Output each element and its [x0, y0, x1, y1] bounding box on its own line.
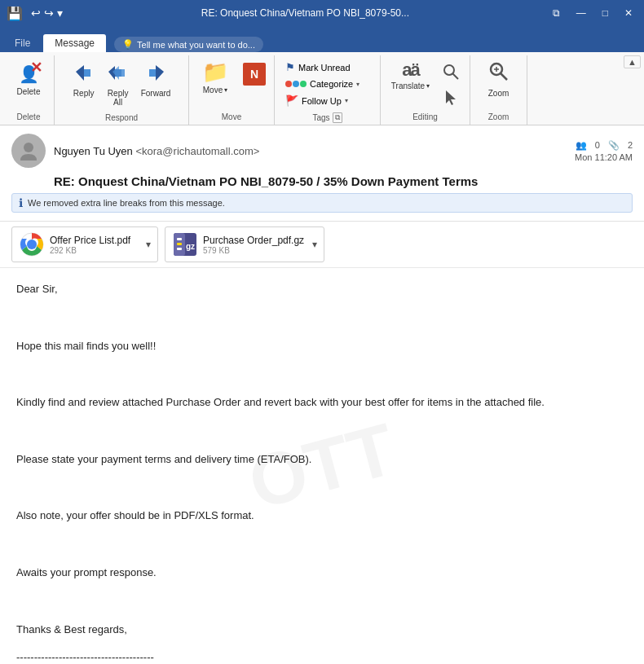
body-line-4 [16, 366, 628, 383]
move-label: Move ▾ [203, 86, 227, 95]
reply-label: Reply [73, 89, 95, 98]
svg-line-4 [453, 74, 459, 80]
email-body-content: Dear Sir, Hope this mail finds you well!… [16, 281, 628, 664]
ribbon-group-delete: 👤 ✕ Delete Delete [3, 55, 55, 125]
body-line-9: Also note, your offer should be in PDF/X… [16, 508, 628, 525]
email-container: Nguyen Tu Uyen <kora@richautomall.com> 👥… [0, 125, 644, 664]
attachment-1-dropdown[interactable]: ▾ [146, 239, 151, 250]
move-button[interactable]: 📁 Move ▾ [194, 57, 236, 98]
tab-file[interactable]: File [3, 34, 42, 52]
app-icon: 💾 [7, 6, 23, 21]
zoom-label: Zoom [488, 89, 509, 98]
categorize-label: Categorize [310, 79, 353, 89]
ribbon-group-zoom: Zoom Zoom [470, 55, 527, 125]
redo-button[interactable]: ↪ [44, 7, 54, 20]
onenote-button[interactable]: N [240, 60, 269, 88]
ribbon-group-editing: aä Translate ▾ Editing [381, 55, 470, 125]
attachment-2-dropdown[interactable]: ▾ [312, 239, 317, 250]
attachments-bar: Offer Price List.pdf 292 KB ▾ gz Purchas… [0, 222, 644, 268]
attachment-2-size: 579 KB [203, 246, 304, 255]
body-line-14: --------------------------------------- [16, 649, 628, 664]
svg-rect-16 [177, 243, 182, 245]
respond-group-label: Respond [60, 110, 183, 125]
zoom-group-label: Zoom [475, 109, 522, 125]
translate-label: Translate ▾ [391, 81, 430, 90]
info-message: We removed extra line breaks from this m… [28, 198, 225, 208]
svg-rect-1 [115, 69, 125, 77]
sender-name: Nguyen Tu Uyen [54, 145, 133, 157]
minimize-button[interactable]: — [571, 6, 591, 20]
attachment-1[interactable]: Offer Price List.pdf 292 KB ▾ [11, 226, 158, 262]
delete-group-label: Delete [8, 109, 49, 125]
svg-line-6 [501, 73, 507, 80]
svg-rect-15 [177, 238, 182, 240]
body-line-8 [16, 480, 628, 497]
body-line-3: Hope this mail finds you well!! [16, 338, 628, 355]
search-button[interactable] [438, 60, 464, 83]
info-icon: ℹ [19, 196, 23, 209]
attachment-2-name: Purchase Order_pdf.gz [203, 235, 304, 246]
ribbon: 👤 ✕ Delete Delete Reply [0, 52, 644, 125]
email-date: Mon 11:20 AM [575, 152, 633, 162]
email-body[interactable]: OTT Dear Sir, Hope this mail finds you w… [0, 268, 644, 664]
follow-up-label: Follow Up [302, 96, 342, 106]
tell-me-input[interactable]: 💡 Tell me what you want to do... [114, 37, 263, 52]
undo-button[interactable]: ↩ [31, 7, 41, 20]
forward-label: Forward [141, 89, 171, 98]
sender-avatar [11, 134, 46, 168]
body-line-6 [16, 423, 628, 440]
window-title: RE: Onquest China/Vietnam PO NBI_8079-50… [63, 7, 548, 19]
translate-button[interactable]: aä Translate ▾ [386, 57, 434, 94]
lightbulb-icon: 💡 [122, 39, 134, 50]
attachment-1-size: 292 KB [50, 246, 138, 255]
svg-text:gz: gz [186, 242, 195, 251]
quick-access-dropdown[interactable]: ▾ [57, 7, 63, 20]
email-subject: RE: Onquest China/Vietnam PO NBI_8079-50… [54, 171, 633, 190]
body-line-10 [16, 536, 628, 553]
email-meta-right: 👥 0 📎 2 Mon 11:20 AM [575, 140, 633, 162]
email-header: Nguyen Tu Uyen <kora@richautomall.com> 👥… [0, 125, 644, 222]
ribbon-group-respond: Reply ReplyAll [55, 55, 189, 125]
reply-button[interactable]: Reply [68, 57, 100, 101]
move-group-label: Move [194, 109, 269, 125]
body-line-7: Please state your payment terms and deli… [16, 451, 628, 468]
body-line-11: Awaits your prompt response. [16, 565, 628, 582]
cursor-button[interactable] [438, 86, 464, 109]
delete-button[interactable]: 👤 ✕ Delete [8, 57, 49, 99]
reply-all-button[interactable]: ReplyAll [102, 57, 135, 110]
svg-point-9 [24, 143, 33, 152]
mark-unread-button[interactable]: ⚑ Mark Unread [280, 59, 375, 76]
tell-me-text: Tell me what you want to do... [137, 40, 255, 50]
title-bar: 💾 ↩ ↪ ▾ RE: Onquest China/Vietnam PO NBI… [0, 0, 644, 26]
body-line-13: Thanks & Best regards, [16, 622, 628, 639]
delete-label: Delete [17, 87, 41, 96]
mark-unread-label: Mark Unread [298, 63, 351, 73]
attachment-1-icon [19, 231, 45, 257]
svg-rect-0 [84, 69, 90, 77]
editing-group-label: Editing [386, 109, 465, 125]
attachment-icon: 📎 [608, 140, 620, 151]
attachment-1-name: Offer Price List.pdf [50, 235, 138, 246]
body-line-5: Kindly find and review attached Purchase… [16, 394, 628, 411]
maximize-button[interactable]: □ [598, 6, 613, 20]
zoom-button[interactable]: Zoom [478, 57, 520, 101]
attachment-2[interactable]: gz Purchase Order_pdf.gz 579 KB ▾ [165, 226, 324, 262]
tags-group-label: Tags ⧉ [280, 109, 375, 126]
svg-point-12 [28, 240, 36, 248]
attachment-1-info: Offer Price List.pdf 292 KB [50, 235, 138, 255]
follow-up-button[interactable]: 🚩 Follow Up ▾ [280, 92, 375, 109]
tab-message[interactable]: Message [43, 34, 106, 52]
people-count: 0 [595, 140, 600, 150]
ribbon-group-move: 📁 Move ▾ N Move [189, 55, 275, 125]
ribbon-group-tags: ⚑ Mark Unread Categorize ▾ 🚩 Follow Up ▾… [275, 55, 381, 125]
close-button[interactable]: ✕ [620, 6, 637, 20]
forward-button[interactable]: Forward [136, 57, 176, 101]
people-icon: 👥 [576, 140, 587, 151]
ribbon-collapse-button[interactable]: ▲ [624, 55, 641, 68]
restore-button[interactable]: ⧉ [548, 6, 565, 20]
reply-all-label: ReplyAll [108, 89, 129, 107]
categorize-button[interactable]: Categorize ▾ [280, 77, 375, 91]
svg-point-3 [444, 65, 454, 75]
body-line-12 [16, 593, 628, 610]
attachment-count: 2 [628, 140, 633, 150]
